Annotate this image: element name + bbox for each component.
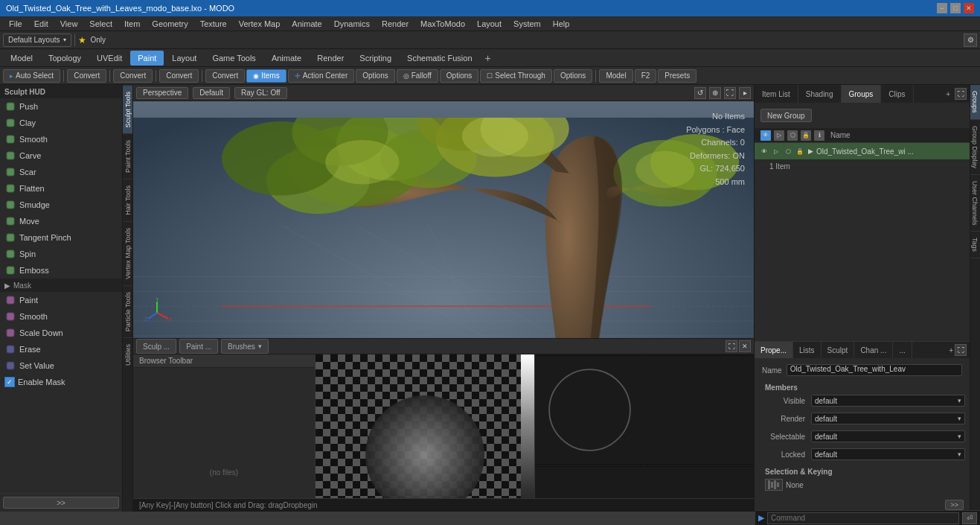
default-layouts-dropdown[interactable]: Default Layouts (3, 34, 71, 47)
paint-tools-tab[interactable]: Paint Tools (123, 133, 132, 179)
viewport[interactable]: Perspective Default Ray GL: Off ↺ ⊕ ⛶ ▸ (133, 85, 754, 338)
utilities-tab[interactable]: Utilities (123, 337, 132, 372)
right-panel-expand-icon[interactable]: ⛶ (955, 88, 967, 100)
command-run-button[interactable]: ⏎ (962, 512, 977, 524)
menu-item-animate[interactable]: Animate (286, 16, 327, 31)
flatten-tool[interactable]: Flatten (0, 180, 122, 197)
presets-button[interactable]: Presets (658, 69, 696, 83)
props-tab-more[interactable]: ... (893, 342, 912, 358)
move-tool[interactable]: Move (0, 213, 122, 229)
group-display-vert-tab[interactable]: Group Display (970, 120, 980, 175)
item-select-icon[interactable]: ⬡ (783, 146, 793, 156)
tab-bar-plus[interactable]: + (481, 51, 496, 66)
tangent-pinch-tool[interactable]: Tangent Pinch (0, 229, 122, 246)
hair-tools-tab[interactable]: Hair Tools (123, 179, 132, 221)
props-tab-sculpt[interactable]: Sculpt (822, 342, 855, 358)
main-tab-paint[interactable]: Paint (130, 51, 164, 66)
enable-mask-checkbox[interactable]: ✓ Enable Mask (0, 374, 122, 390)
menu-item-geometry[interactable]: Geometry (146, 16, 193, 31)
prop-render-value[interactable]: default ▾ (811, 413, 965, 424)
smooth-mask-tool[interactable]: Smooth (0, 308, 122, 325)
menu-item-file[interactable]: File (3, 16, 28, 31)
select-through-button[interactable]: ☐Select Through (480, 69, 552, 83)
item-expand-icon[interactable]: ▶ (808, 147, 813, 155)
convert-button-0[interactable]: Convert (67, 69, 106, 83)
menu-item-select[interactable]: Select (83, 16, 118, 31)
main-tab-layout[interactable]: Layout (164, 51, 204, 66)
groups-tab[interactable]: Groups (842, 85, 882, 103)
props-plus-icon[interactable]: + (949, 346, 953, 354)
main-tab-uvedit[interactable]: UVEdit (89, 51, 129, 66)
gradient-strip[interactable] (521, 354, 534, 512)
bottom-settings-icon[interactable]: ✕ (739, 340, 751, 352)
main-tab-model[interactable]: Model (3, 51, 40, 66)
model-button[interactable]: Model (599, 69, 632, 83)
file-browser[interactable]: (no files) (133, 368, 315, 512)
options2-button[interactable]: Options (440, 69, 478, 83)
more-tools-button[interactable]: >> (3, 497, 119, 509)
menu-item-system[interactable]: System (507, 16, 547, 31)
group-lock-icon[interactable]: 🔒 (801, 130, 811, 141)
auto-select-button[interactable]: ▸Auto Select (3, 69, 60, 83)
right-tab-plus[interactable]: + (943, 90, 953, 98)
settings-icon[interactable]: ⚙ (964, 34, 977, 47)
convert-button-2[interactable]: Convert (159, 69, 199, 83)
menu-item-render[interactable]: Render (376, 16, 414, 31)
convert-button-1[interactable]: Convert (113, 69, 153, 83)
viewport-reset-icon[interactable]: ↺ (694, 87, 706, 99)
clips-tab[interactable]: Clips (881, 85, 913, 103)
f2-button[interactable]: F2 (635, 69, 657, 83)
brushes-tab[interactable]: Brushes ▾ (221, 339, 269, 354)
close-button[interactable]: ✕ (964, 3, 974, 13)
viewport-zoom-icon[interactable]: ⊕ (709, 87, 721, 99)
particle-tools-tab[interactable]: Particle Tools (123, 285, 132, 337)
default-button[interactable]: Default (193, 87, 230, 99)
convert-button-3[interactable]: Convert (205, 69, 245, 83)
menu-item-dynamics[interactable]: Dynamics (328, 16, 376, 31)
star-icon[interactable]: ★ (78, 35, 86, 45)
command-input[interactable] (767, 512, 959, 524)
carve-tool[interactable]: Carve (0, 147, 122, 164)
viewport-canvas[interactable]: No Items Polygons : Face Channels: 0 Def… (133, 101, 754, 338)
paint-bottom-tab[interactable]: Paint ... (179, 339, 218, 354)
perspective-button[interactable]: Perspective (136, 87, 188, 99)
viewport-options-icon[interactable]: ▸ (739, 87, 751, 99)
main-tab-render[interactable]: Render (310, 51, 351, 66)
menu-item-item[interactable]: Item (118, 16, 146, 31)
prop-visible-value[interactable]: default ▾ (811, 395, 965, 407)
menu-item-view[interactable]: View (54, 16, 84, 31)
main-tab-scripting[interactable]: Scripting (352, 51, 399, 66)
item-eye-icon[interactable]: 👁 (759, 146, 769, 156)
group-render-icon[interactable]: ▷ (774, 130, 784, 141)
prop-locked-value[interactable]: default ▾ (811, 448, 965, 460)
props-tab-properties[interactable]: Prope... (755, 342, 793, 358)
vertex-map-tools-tab[interactable]: Vertex Map Tools (123, 221, 132, 285)
props-tab-chan[interactable]: Chan ... (854, 342, 893, 358)
group-eye-icon[interactable]: 👁 (760, 130, 771, 141)
menu-item-maxtomodo[interactable]: MaxToModo (414, 16, 471, 31)
main-tab-animate[interactable]: Animate (264, 51, 309, 66)
paint-mask-tool[interactable]: Paint (0, 292, 122, 308)
viewport-maximize-icon[interactable]: ⛶ (724, 87, 736, 99)
menu-item-help[interactable]: Help (547, 16, 576, 31)
sculpt-bottom-tab[interactable]: Sculp ... (136, 339, 176, 354)
push-tool[interactable]: Push (0, 98, 122, 115)
clay-tool[interactable]: Clay (0, 115, 122, 131)
props-expand-icon[interactable]: ⛶ (955, 344, 967, 356)
action-center-button[interactable]: ✛Action Center (288, 69, 355, 83)
smooth-tool[interactable]: Smooth (0, 131, 122, 147)
falloff-button[interactable]: ◎Falloff (397, 69, 438, 83)
scar-tool[interactable]: Scar (0, 164, 122, 180)
main-tab-game-tools[interactable]: Game Tools (205, 51, 263, 66)
spin-tool[interactable]: Spin (0, 246, 122, 262)
menu-item-vertex-map[interactable]: Vertex Map (233, 16, 286, 31)
items-button[interactable]: ◉Items (246, 69, 286, 83)
user-channels-vert-tab[interactable]: User Channels (970, 175, 980, 232)
menu-item-layout[interactable]: Layout (471, 16, 507, 31)
groups-vert-tab[interactable]: Groups (970, 85, 980, 120)
props-expand-button[interactable]: >> (945, 500, 964, 510)
smudge-tool[interactable]: Smudge (0, 197, 122, 213)
props-tab-lists[interactable]: Lists (793, 342, 822, 358)
set-value-tool[interactable]: Set Value (0, 357, 122, 374)
group-info-icon[interactable]: ℹ (814, 130, 824, 141)
